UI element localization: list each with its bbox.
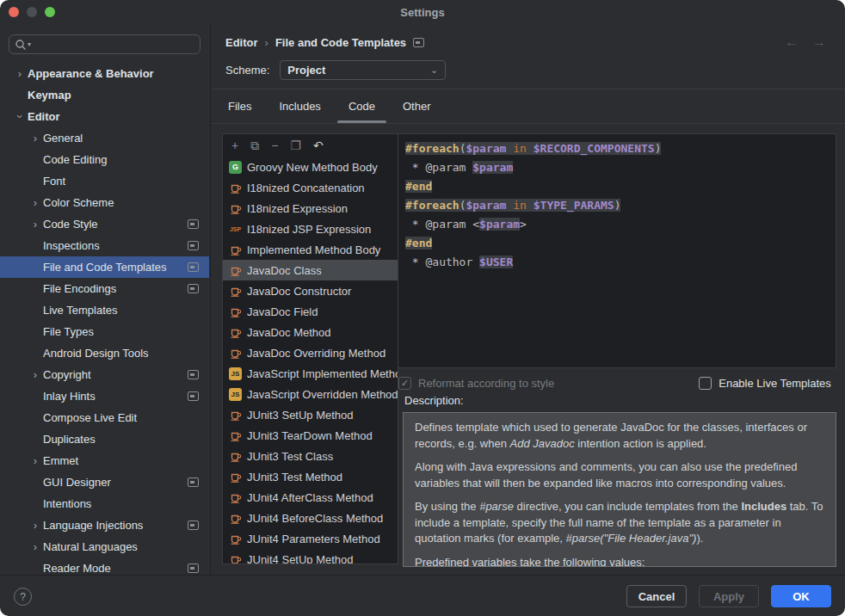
template-item-junit4-setup-method[interactable]: JUnit4 SetUp Method [223, 549, 398, 564]
chevron-right-icon[interactable]: › [28, 450, 43, 471]
tab-other[interactable]: Other [400, 89, 434, 123]
enable-live-templates-checkbox[interactable]: Enable Live Templates [699, 377, 831, 390]
template-item-junit4-afterclass-method[interactable]: JUnit4 AfterClass Method [223, 487, 398, 508]
apply-button: Apply [699, 585, 759, 607]
template-item-label: JavaDoc Method [247, 326, 331, 339]
java-cup-icon [229, 471, 242, 484]
javascript-icon: JS [229, 388, 242, 401]
close-window-button[interactable] [9, 7, 19, 17]
template-item-javadoc-method[interactable]: JavaDoc Method [223, 322, 398, 342]
sidebar-item-inspections[interactable]: Inspections [0, 235, 209, 256]
template-item-javascript-implemented-method[interactable]: JSJavaScript Implemented Method [223, 363, 398, 384]
duplicate-icon[interactable]: ⧉ [250, 134, 259, 157]
description-text: Includes [741, 500, 786, 513]
template-item-implemented-method-body[interactable]: Implemented Method Body [223, 239, 398, 260]
add-icon[interactable]: + [231, 134, 238, 157]
code-line-2: * @param $param [405, 158, 829, 177]
template-item-javadoc-constructor[interactable]: JavaDoc Constructor [223, 280, 398, 301]
sidebar-item-compose-live-edit[interactable]: Compose Live Edit [0, 407, 209, 428]
chevron-right-icon[interactable]: › [28, 127, 43, 149]
sidebar-item-label: File Encodings [43, 282, 188, 295]
zoom-window-button[interactable] [45, 7, 55, 17]
sidebar-item-file-types[interactable]: File Types [0, 321, 209, 342]
sidebar-item-file-encodings[interactable]: File Encodings [0, 278, 209, 299]
template-item-groovy-new-method-body[interactable]: GGroovy New Method Body [223, 157, 398, 177]
search-input[interactable] [31, 37, 194, 52]
sidebar-item-color-scheme[interactable]: ›Color Scheme [0, 192, 209, 213]
sidebar-item-keymap[interactable]: Keymap [0, 84, 209, 106]
sidebar-item-file-and-code-templates[interactable]: File and Code Templates [0, 256, 209, 278]
template-item-junit4-beforeclass-method[interactable]: JUnit4 BeforeClass Method [223, 508, 398, 528]
sidebar-item-emmet[interactable]: ›Emmet [0, 450, 209, 471]
scheme-row: Scheme: Project ⌄ [225, 60, 446, 80]
template-item-junit3-test-class[interactable]: JUnit3 Test Class [223, 446, 398, 466]
template-item-i18nized-jsp-expression[interactable]: JSPI18nized JSP Expression [223, 219, 398, 239]
description-text: Along with Java expressions and comments… [415, 460, 797, 490]
sidebar-item-natural-languages[interactable]: ›Natural Languages [0, 536, 209, 557]
template-item-javascript-overridden-method[interactable]: JSJavaScript Overridden Method [223, 384, 398, 404]
tab-files[interactable]: Files [225, 89, 254, 123]
sidebar-item-label: Emmet [43, 454, 209, 467]
template-item-label: JUnit4 AfterClass Method [247, 491, 373, 504]
sidebar-item-editor[interactable]: ›Editor [0, 106, 209, 127]
sidebar-item-label: Keymap [28, 89, 209, 102]
sidebar-item-general[interactable]: ›General [0, 127, 209, 149]
code-token: in [513, 142, 527, 155]
sidebar-item-code-style[interactable]: ›Code Style [0, 213, 209, 235]
template-item-junit3-teardown-method[interactable]: JUnit3 TearDown Method [223, 425, 398, 446]
settings-search-field[interactable]: ▾ [9, 34, 200, 54]
sidebar-item-label: Intentions [43, 497, 209, 510]
breadcrumb-file-and-code-templates[interactable]: File and Code Templates [275, 36, 406, 49]
description-paragraph-1: Defines template which used to generate … [415, 420, 824, 452]
tab-code[interactable]: Code [346, 89, 378, 123]
groovy-icon: G [229, 161, 242, 174]
chevron-right-icon[interactable]: › [28, 536, 43, 557]
scheme-dropdown[interactable]: Project ⌄ [280, 60, 446, 80]
template-item-i18nized-concatenation[interactable]: I18nized Concatenation [223, 177, 398, 198]
template-editor[interactable]: #foreach($param in $RECORD_COMPONENTS) *… [398, 133, 836, 368]
template-item-javadoc-overriding-method[interactable]: JavaDoc Overriding Method [223, 342, 398, 363]
template-item-junit4-parameters-method[interactable]: JUnit4 Parameters Method [223, 528, 398, 549]
sidebar-item-inlay-hints[interactable]: Inlay Hints [0, 385, 209, 407]
template-list-panel: +⧉−❐↶ GGroovy New Method BodyI18nized Co… [222, 133, 398, 564]
chevron-right-icon[interactable]: › [12, 63, 28, 84]
sidebar-item-label: Inlay Hints [43, 390, 188, 403]
template-item-javadoc-field[interactable]: JavaDoc Field [223, 301, 398, 322]
copy-icon[interactable]: ❐ [290, 134, 301, 157]
revert-icon[interactable]: ↶ [313, 134, 324, 157]
template-item-javadoc-class[interactable]: JavaDoc Class [223, 260, 398, 280]
chevron-right-icon[interactable]: › [28, 192, 43, 213]
breadcrumb-separator-icon: › [265, 36, 268, 49]
sidebar-item-appearance-behavior[interactable]: ›Appearance & Behavior [0, 63, 209, 84]
sidebar-item-copyright[interactable]: ›Copyright [0, 364, 209, 385]
sidebar-item-code-editing[interactable]: Code Editing [0, 149, 209, 170]
sidebar-item-reader-mode[interactable]: Reader Mode [0, 557, 209, 575]
tab-includes[interactable]: Includes [276, 89, 323, 123]
sidebar-item-language-injections[interactable]: ›Language Injections [0, 514, 209, 536]
checkbox-unchecked-icon[interactable] [699, 377, 712, 390]
chevron-down-icon[interactable]: › [12, 106, 28, 127]
template-item-junit3-setup-method[interactable]: JUnit3 SetUp Method [223, 404, 398, 425]
chevron-right-icon[interactable]: › [28, 213, 43, 235]
ok-button[interactable]: OK [771, 585, 831, 607]
code-token [527, 142, 534, 155]
help-button[interactable]: ? [14, 588, 32, 606]
forward-arrow-icon[interactable]: → [812, 34, 826, 50]
cancel-button[interactable]: Cancel [626, 585, 687, 607]
template-item-junit3-test-method[interactable]: JUnit3 Test Method [223, 466, 398, 487]
breadcrumb-editor[interactable]: Editor [225, 36, 258, 49]
sidebar-item-android-design-tools[interactable]: Android Design Tools [0, 342, 209, 364]
description-text: Add Javadoc [510, 437, 575, 450]
remove-icon[interactable]: − [271, 134, 278, 157]
chevron-right-icon[interactable]: › [28, 514, 43, 536]
sidebar-item-gui-designer[interactable]: GUI Designer [0, 471, 209, 493]
sidebar-item-duplicates[interactable]: Duplicates [0, 428, 209, 450]
sidebar-item-font[interactable]: Font [0, 170, 209, 192]
template-item-i18nized-expression[interactable]: I18nized Expression [223, 198, 398, 219]
chevron-down-icon: ⌄ [430, 65, 438, 76]
sidebar-item-intentions[interactable]: Intentions [0, 493, 209, 514]
scheme-label: Scheme: [225, 64, 269, 77]
sidebar-item-live-templates[interactable]: Live Templates [0, 299, 209, 321]
back-arrow-icon[interactable]: ← [785, 34, 799, 50]
chevron-right-icon[interactable]: › [28, 364, 43, 385]
